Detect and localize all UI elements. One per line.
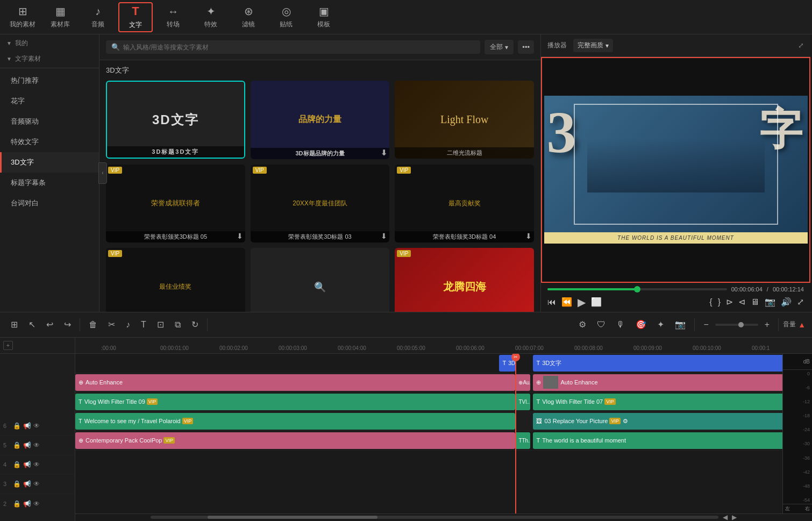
h-scrollbar[interactable] bbox=[151, 516, 718, 519]
clip-3d-text-main[interactable]: T3D文字 bbox=[533, 355, 782, 372]
clip-au-small[interactable]: ⊕Au.. bbox=[515, 374, 530, 391]
nav-title-subtitle[interactable]: 标题字幕条 bbox=[0, 173, 99, 193]
toolbar-template[interactable]: ▣ 模板 bbox=[307, 2, 341, 32]
nav-audio-driven[interactable]: 音频驱动 bbox=[0, 111, 99, 132]
tc-2-audio[interactable]: 📢 bbox=[23, 500, 31, 508]
stop-btn[interactable]: ⬜ bbox=[591, 297, 602, 307]
edit-rotate-btn[interactable]: ↻ bbox=[187, 316, 203, 333]
vlog07-vip: VIP bbox=[604, 398, 616, 405]
edit-audio-btn[interactable]: ♪ bbox=[122, 317, 134, 333]
edit-grid-btn[interactable]: ⊞ bbox=[6, 316, 22, 333]
edit-effects-btn[interactable]: ✦ bbox=[653, 316, 668, 333]
edit-settings-btn[interactable]: ⚙ bbox=[574, 316, 590, 333]
clip-th-small[interactable]: TTh.. bbox=[515, 432, 530, 449]
clip-replace-picture[interactable]: 🖼03 Replace Your Picture VIP ⚙ bbox=[533, 413, 782, 430]
nav-3d-text[interactable]: 3D文字 bbox=[0, 152, 99, 173]
edit-cam-btn[interactable]: 📷 bbox=[671, 316, 690, 333]
mark-out-btn[interactable]: } bbox=[718, 297, 721, 307]
card-award-03[interactable]: VIP 20XX年度最佳团队 荣誉表彰颁奖3D标题 03 ⬇ bbox=[251, 165, 390, 243]
clip-travel-polaroid[interactable]: TWelcome to see my / Travel Polaroid VIP bbox=[75, 413, 515, 430]
nav-dialogue[interactable]: 台词对白 bbox=[0, 193, 99, 213]
scroll-right-btn[interactable]: ▶ bbox=[732, 513, 737, 521]
tc-2-lock[interactable]: 🔒 bbox=[13, 500, 21, 508]
card-3d-text[interactable]: 3D文字 3D标题3D文字 bbox=[106, 81, 245, 159]
nav-special-text[interactable]: 特效文字 bbox=[0, 132, 99, 152]
tc-5-eye[interactable]: 👁 bbox=[33, 441, 40, 449]
clip-3d-small[interactable]: T3D.. bbox=[499, 355, 515, 372]
clip-auto-enhance-2[interactable]: ⊕ Auto Enhance bbox=[533, 374, 782, 391]
card-brand[interactable]: 品牌的力量 3D标题品牌的力量 ⬇ bbox=[251, 81, 390, 159]
nav-hot-recommend[interactable]: 热门推荐 bbox=[0, 70, 99, 91]
clip-vlog07[interactable]: TVlog With Filter Title 07 VIP bbox=[533, 394, 782, 410]
search-more-btn[interactable]: ••• bbox=[518, 40, 534, 54]
tc-6-lock[interactable]: 🔒 bbox=[13, 422, 21, 430]
edit-delete-btn[interactable]: 🗑 bbox=[84, 317, 102, 333]
clip-beautiful-moment[interactable]: TThe world is a beautiful moment bbox=[533, 432, 782, 449]
prev-frame-btn[interactable]: ⊳ bbox=[726, 297, 733, 307]
toolbar-sticker[interactable]: ◎ 贴纸 bbox=[269, 2, 303, 32]
tc-6-audio[interactable]: 📢 bbox=[23, 422, 31, 430]
edit-zoom-out-btn[interactable]: − bbox=[699, 317, 713, 333]
preview-expand-icon[interactable]: ⤢ bbox=[798, 41, 804, 49]
toolbar-audio[interactable]: ♪ 音频 bbox=[81, 2, 115, 32]
tc-6-eye[interactable]: 👁 bbox=[33, 422, 40, 430]
screenshot-btn[interactable]: 📷 bbox=[765, 297, 775, 307]
mark-in-btn[interactable]: { bbox=[709, 297, 712, 307]
volume-icon[interactable]: ▲ bbox=[798, 320, 806, 329]
card-award-05[interactable]: VIP 荣誉成就联得者 荣誉表彰颁奖3D标题 05 ⬇ bbox=[106, 165, 245, 242]
edit-duplicate-btn[interactable]: ⧉ bbox=[170, 317, 185, 333]
fullscreen-btn[interactable]: ⤢ bbox=[797, 297, 804, 307]
edit-shield-btn[interactable]: 🛡 bbox=[593, 317, 610, 333]
clip-coolpop[interactable]: ⊕Contemporary Pack CoolPop VIP bbox=[75, 432, 515, 449]
toolbar-my-media[interactable]: ⊞ 我的素材 bbox=[5, 2, 40, 32]
toolbar-text[interactable]: T 文字 bbox=[118, 2, 153, 32]
edit-target-btn[interactable]: 🎯 bbox=[631, 316, 651, 333]
clip-vlog09[interactable]: TVlog With Filter Title 09 VIP bbox=[75, 394, 515, 410]
tc-4-eye[interactable]: 👁 bbox=[33, 461, 40, 468]
tc-5-lock[interactable]: 🔒 bbox=[13, 441, 21, 449]
tc-3-lock[interactable]: 🔒 bbox=[13, 480, 21, 488]
zoom-slider[interactable] bbox=[715, 324, 758, 326]
add-track-btn[interactable]: + bbox=[3, 341, 13, 350]
tc-3-audio[interactable]: 📢 bbox=[23, 480, 31, 488]
volume-btn[interactable]: 🔊 bbox=[781, 297, 792, 307]
quality-selector[interactable]: 完整画质 ▾ bbox=[573, 39, 613, 52]
clip-vl-small[interactable]: TVl.. bbox=[515, 394, 530, 410]
edit-text-btn[interactable]: T bbox=[137, 317, 151, 333]
progress-bar[interactable] bbox=[547, 288, 727, 290]
card-8[interactable]: 🔍 bbox=[251, 248, 390, 312]
play-btn[interactable]: ▶ bbox=[578, 296, 586, 309]
next-frame-btn[interactable]: ⊲ bbox=[738, 297, 745, 307]
search-input[interactable] bbox=[123, 44, 475, 51]
ruler-7: 00:00:07:00 bbox=[515, 345, 574, 351]
monitor-btn[interactable]: 🖥 bbox=[751, 297, 759, 307]
tc-5-audio[interactable]: 📢 bbox=[23, 441, 31, 449]
edit-split-btn[interactable]: ⊡ bbox=[153, 316, 168, 333]
h-scroll-thumb[interactable] bbox=[208, 516, 378, 519]
step-back-btn[interactable]: ⏮ bbox=[547, 297, 556, 307]
toolbar-media-lib[interactable]: ▦ 素材库 bbox=[43, 2, 77, 32]
nav-fancy-text[interactable]: 花字 bbox=[0, 91, 99, 111]
card-dragon[interactable]: VIP 龙腾四海 bbox=[395, 248, 534, 312]
search-filter-btn[interactable]: 全部 ▾ bbox=[485, 40, 514, 54]
edit-undo-btn[interactable]: ↩ bbox=[42, 316, 58, 333]
scroll-left-btn[interactable]: ◀ bbox=[723, 513, 728, 521]
toolbar-effects[interactable]: ✦ 特效 bbox=[194, 2, 228, 32]
toolbar-filter[interactable]: ⊛ 滤镜 bbox=[231, 2, 266, 32]
edit-zoom-in-btn[interactable]: + bbox=[760, 317, 774, 333]
left-panel-toggle[interactable]: ‹ bbox=[98, 162, 107, 184]
card-lightflow[interactable]: Light Flow 二维光流标题 bbox=[395, 81, 534, 159]
tc-2-eye[interactable]: 👁 bbox=[33, 500, 40, 508]
toolbar-transition[interactable]: ↔ 转场 bbox=[156, 2, 190, 32]
card-award-partial[interactable]: VIP 最佳业绩奖 bbox=[106, 248, 245, 312]
tc-3-eye[interactable]: 👁 bbox=[33, 480, 40, 488]
edit-cut-btn[interactable]: ✂ bbox=[104, 316, 119, 333]
edit-mic-btn[interactable]: 🎙 bbox=[612, 317, 629, 333]
tc-4-audio[interactable]: 📢 bbox=[23, 461, 31, 468]
clip-auto-enhance-1[interactable]: ⊕Auto Enhance bbox=[75, 374, 515, 391]
card-award-04[interactable]: VIP 最高贡献奖 荣誉表彰颁奖3D标题 04 ⬇ bbox=[395, 165, 534, 242]
frame-back-btn[interactable]: ⏪ bbox=[561, 297, 572, 307]
edit-select-btn[interactable]: ↖ bbox=[24, 316, 40, 333]
tc-4-lock[interactable]: 🔒 bbox=[13, 461, 21, 468]
edit-redo-btn[interactable]: ↪ bbox=[60, 316, 75, 333]
